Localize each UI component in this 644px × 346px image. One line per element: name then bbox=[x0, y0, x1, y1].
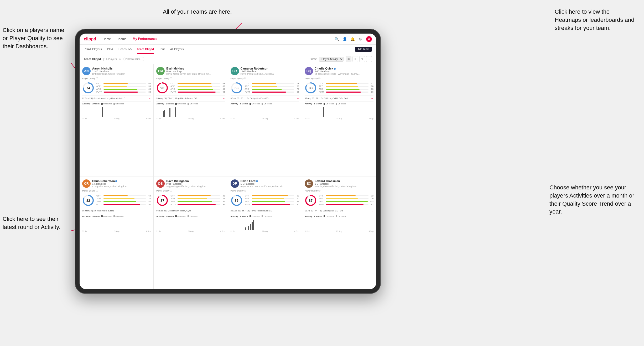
player-name[interactable]: Dave Billingham bbox=[166, 179, 225, 183]
activity-title: Activity · 1 Month bbox=[82, 215, 100, 217]
quality-circle[interactable]: 74 bbox=[82, 82, 94, 94]
round-arrow[interactable]: → bbox=[297, 209, 299, 212]
legend-off-course: Off course bbox=[113, 215, 124, 217]
quality-section: 82 OTT 60 APP 77 ARG 81 PUTT 91 bbox=[82, 194, 151, 206]
tab-pgat[interactable]: PGAT Players bbox=[84, 45, 102, 54]
latest-round[interactable]: 26 Aug 23 | 73 (+1), Royal North Devon G… bbox=[156, 95, 225, 100]
player-avatar: BM bbox=[156, 67, 165, 75]
legend-on-course: On course bbox=[175, 215, 186, 217]
bell-icon[interactable]: 🔔 bbox=[350, 37, 355, 41]
player-handicap: 6-10 Handicap bbox=[315, 70, 373, 73]
round-arrow[interactable]: → bbox=[371, 97, 373, 100]
latest-round[interactable]: 02 Sep 23 | Sunset round to get back int… bbox=[82, 95, 151, 100]
quality-label: Player Quality ⓘ bbox=[305, 189, 373, 192]
player-header: DB Dave Billingham Plus Handicap Sag Mai… bbox=[156, 179, 225, 188]
activity-chart bbox=[305, 219, 373, 230]
round-arrow[interactable]: → bbox=[371, 209, 373, 212]
round-arrow[interactable]: → bbox=[222, 209, 225, 212]
player-club: St. George's Hill GC - Weybridge - Surre… bbox=[315, 73, 373, 75]
tab-tour[interactable]: Tour bbox=[159, 45, 165, 54]
person-icon[interactable]: 👤 bbox=[342, 37, 347, 41]
help-icon[interactable]: ⊙ bbox=[358, 37, 362, 41]
latest-round[interactable]: 18 Jul 23 | 74 (+3), Sunningdale GC - Ol… bbox=[305, 208, 373, 212]
tab-hcaps[interactable]: Hcaps 1-5 bbox=[118, 45, 132, 54]
activity-title: Activity · 1 Month bbox=[305, 215, 322, 217]
search-icon[interactable]: 🔍 bbox=[335, 37, 339, 41]
quality-circle[interactable]: 68 bbox=[231, 82, 243, 94]
activity-header: Activity · 1 Month On course Off course bbox=[156, 215, 225, 217]
latest-round[interactable]: 02 Jul 23 | 59 (+17), Craigmillar Park G… bbox=[231, 95, 299, 100]
stats-grid: OTT 61 APP 63 ARG 75 PUTT 85 bbox=[245, 82, 299, 94]
player-name[interactable]: David Ford bbox=[241, 179, 299, 183]
latest-round[interactable]: 07 Aug 23 | 77 (+7), St George's Hill GC… bbox=[305, 95, 373, 100]
activity-section: Activity · 1 Month On course Off course … bbox=[156, 101, 225, 120]
edit-icon[interactable]: ✏ bbox=[119, 58, 121, 61]
round-arrow[interactable]: → bbox=[222, 97, 225, 100]
grid-view-button[interactable]: ⊞ bbox=[346, 56, 351, 62]
nav-item-home[interactable]: Home bbox=[102, 37, 111, 41]
player-name[interactable]: Edward Crossman bbox=[315, 179, 373, 183]
nav-item-performance[interactable]: My Performance bbox=[133, 37, 157, 41]
latest-round[interactable]: 26 Aug 23 | 84 (+12), Royal North Devon … bbox=[231, 208, 299, 212]
filter-input[interactable] bbox=[123, 57, 144, 61]
activity-section: Activity · 1 Month On course Off course … bbox=[305, 101, 373, 120]
player-handicap: 11-15 Handicap bbox=[92, 70, 151, 73]
player-info: David Ford 1-5 Handicap Royal North Devo… bbox=[241, 179, 299, 188]
quality-circle[interactable]: 83 bbox=[305, 82, 317, 94]
round-arrow[interactable]: → bbox=[297, 97, 299, 100]
player-avatar: DF bbox=[231, 179, 239, 188]
activity-legend: On course Off course bbox=[324, 215, 346, 217]
chart-labels: 31 Jul 21 Aug 4 Sep bbox=[231, 230, 299, 232]
player-club: Drift Golf Club, United Kingdom bbox=[92, 73, 151, 75]
tab-team-clippd[interactable]: Team Clippd bbox=[137, 45, 154, 54]
activity-chart bbox=[156, 106, 225, 118]
nav-logo: clippd bbox=[84, 37, 96, 41]
nav-item-teams[interactable]: Teams bbox=[117, 37, 126, 41]
tab-all-players[interactable]: All Players bbox=[170, 45, 184, 54]
annotation-top-center: All of your Teams are here. bbox=[163, 8, 232, 16]
legend-on-course: On course bbox=[324, 215, 334, 217]
activity-legend: On course Off course bbox=[175, 215, 198, 217]
activity-title: Activity · 1 Month bbox=[82, 103, 100, 105]
legend-off-course: Off course bbox=[113, 103, 124, 105]
show-select[interactable]: Player Activity bbox=[319, 57, 344, 62]
quality-circle[interactable]: 93 bbox=[156, 82, 168, 94]
stats-grid: OTT 82 APP 74 ARG 85 PUTT 94 bbox=[170, 195, 225, 206]
player-handicap: 1-5 Handicap bbox=[92, 183, 151, 185]
avatar-icon[interactable]: A bbox=[366, 36, 372, 42]
player-club: Royal Perth Golf Club, Australia bbox=[241, 73, 299, 75]
stats-grid: OTT 60 APP 58 ARG 84 PUTT 85 bbox=[96, 82, 151, 94]
quality-number: 87 bbox=[309, 198, 313, 202]
activity-title: Activity · 1 Month bbox=[305, 103, 322, 105]
round-arrow[interactable]: → bbox=[148, 209, 151, 212]
latest-round[interactable]: 04 Sep 23 | Mobility with coach, Gym → bbox=[156, 208, 225, 212]
quality-circle[interactable]: 87 bbox=[156, 194, 168, 206]
player-avatar: EC bbox=[305, 179, 313, 188]
player-name[interactable]: Chris Robertson bbox=[92, 179, 151, 183]
quality-circle[interactable]: 85 bbox=[231, 194, 243, 206]
round-arrow[interactable]: → bbox=[148, 97, 151, 100]
player-club: Royal North Devon Golf Club, United Kin.… bbox=[241, 185, 299, 188]
player-header: CR Chris Robertson 1-5 Handicap Craigmil… bbox=[82, 179, 151, 188]
navbar: clippd Home Teams My Performance 🔍 👤 🔔 ⊙… bbox=[80, 34, 376, 45]
player-info: Charlie Quick 6-10 Handicap St. George's… bbox=[315, 67, 373, 75]
activity-chart bbox=[156, 219, 225, 230]
player-avatar: AN bbox=[82, 67, 91, 75]
tab-pga[interactable]: PGA bbox=[107, 45, 113, 54]
add-team-button[interactable]: Add Team bbox=[355, 47, 372, 52]
activity-section: Activity · 1 Month On course Off course … bbox=[305, 214, 373, 232]
quality-circle[interactable]: 87 bbox=[305, 194, 317, 206]
quality-circle[interactable]: 82 bbox=[82, 194, 94, 206]
quality-label: Player Quality ⓘ bbox=[156, 189, 225, 192]
player-name[interactable]: Charlie Quick bbox=[315, 67, 373, 70]
sort-button[interactable]: ↕ bbox=[366, 56, 372, 62]
player-name[interactable]: Cameron Robertson bbox=[241, 67, 299, 70]
list-view-button[interactable]: ≡ bbox=[352, 56, 358, 62]
player-name[interactable]: Aaron Nicholls bbox=[92, 67, 151, 70]
team-title: Team Clippd bbox=[84, 57, 101, 61]
latest-round[interactable]: 05 Mar 23 | 19, Must make putting → bbox=[82, 208, 151, 212]
filter-button[interactable]: ▼ bbox=[359, 56, 365, 62]
player-name[interactable]: Blair McHarg bbox=[166, 67, 225, 70]
activity-chart bbox=[305, 106, 373, 118]
activity-section: Activity · 1 Month On course Off course … bbox=[82, 214, 151, 232]
